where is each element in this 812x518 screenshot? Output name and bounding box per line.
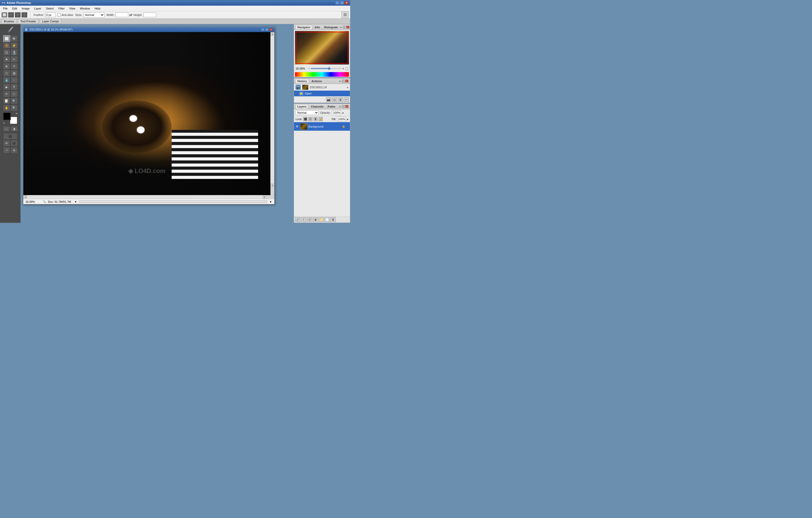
fill-input[interactable] [337,117,346,121]
extra-btn3[interactable]: ↗ [3,147,10,154]
quick-mask-btn[interactable]: ◑ [10,126,18,132]
layers-close-btn[interactable]: ✕ [345,105,348,108]
tab-histogram[interactable]: Histogram [322,25,340,29]
history-item-1[interactable]: ▶ 📂 Open [294,91,350,96]
clone-tool[interactable]: ⊕ [3,63,10,70]
layers-link-btn[interactable]: 🔗 [295,217,300,222]
eyedropper2-tool[interactable]: 🔍 [10,98,18,104]
hand-tool[interactable]: ✋ [3,105,10,111]
doc-maximize-btn[interactable]: □ [265,28,269,31]
history-close-btn[interactable]: ✕ [345,80,348,82]
menu-view[interactable]: View [67,6,78,10]
nav-close-btn[interactable]: ✕ [346,26,349,28]
layer-row-background[interactable]: 👁 Background 🔒 ▲ [294,122,350,131]
zoom-slider-thumb[interactable] [328,67,330,70]
zoom-slider[interactable] [311,68,341,69]
layers-adj-btn[interactable]: ◑ [313,217,318,222]
zoom-indicator-icon[interactable]: 🔍 [43,200,46,203]
tab-info[interactable]: Info [313,25,321,29]
scrollbar-vertical[interactable]: ▲ ▼ [270,32,274,195]
scroll-right-arrow[interactable]: ► [263,195,266,199]
doc-close-btn[interactable]: ✕ [269,28,273,31]
scrollbar-horizontal[interactable]: ◄ ► [23,195,270,199]
close-button[interactable]: ✕ [345,1,349,5]
marquee-row-btn[interactable]: ─ [15,12,21,18]
eraser-tool[interactable]: ◻ [3,70,10,77]
history-create-layer-btn[interactable]: 🗂 [332,97,337,102]
standard-mode-btn[interactable]: □ [3,126,10,132]
layers-fx-btn[interactable]: f [301,217,306,222]
scroll-track-v[interactable] [270,36,274,187]
history-undo-btn[interactable]: ↩ [344,97,349,102]
tab-navigator[interactable]: Navigator [295,25,312,29]
width-swap-icon[interactable]: ⇄ [129,13,133,17]
layers-minimize-btn[interactable]: ─ [342,105,345,108]
layers-new-btn[interactable]: 📄 [324,217,330,222]
tab-paths[interactable]: Paths [326,105,337,109]
scroll-left-arrow[interactable]: ◄ [23,195,27,199]
menu-edit[interactable]: Edit [10,6,19,10]
history-expand-item[interactable]: ▸ [347,86,348,89]
feather-input[interactable] [45,12,55,17]
menu-image[interactable]: Image [20,6,32,10]
menu-filter[interactable]: Filter [56,6,66,10]
lock-position-btn[interactable]: ✥ [314,117,318,121]
lock-all-btn[interactable]: 🔒 [319,117,323,121]
history-expand-btn[interactable]: ▸ [340,80,341,82]
tab-layers[interactable]: Layers [295,104,308,109]
menu-select[interactable]: Select [44,6,56,10]
menu-help[interactable]: Help [93,6,103,10]
marquee-ellipse-btn[interactable]: ○ [8,12,14,18]
minimize-button[interactable]: ─ [335,1,340,5]
history-minimize-btn[interactable]: ─ [342,80,345,82]
style-select[interactable]: Normal Fixed Ratio Fixed Size [83,12,105,18]
document-canvas[interactable]: ◆ LO4D.com ▲ ▼ ◄ ► [23,32,274,199]
tab-actions[interactable]: Actions [310,79,323,83]
eyedropper-tool[interactable]: 🔬 [10,49,18,56]
blend-mode-select[interactable]: Normal Multiply Screen Overlay [295,110,319,115]
swap-colors-icon[interactable]: ⇄ [16,112,18,115]
healing-tool[interactable]: ✚ [3,56,10,63]
height-input[interactable] [143,12,156,17]
navigator-expand-btn[interactable]: ▸ [341,26,342,28]
zoom-in-btn[interactable]: + [343,67,344,70]
menu-layer[interactable]: Layer [32,6,44,10]
text-tool[interactable]: T [10,84,18,90]
layers-mask-btn[interactable]: ⊙ [307,217,312,222]
layer-comps-btn[interactable]: Layer Comps [40,19,61,24]
doc-minimize-btn[interactable]: ─ [261,28,264,31]
layers-group-btn[interactable]: 📁 [319,217,324,222]
marquee-col-btn[interactable]: │ [22,12,27,18]
layers-scroll-up[interactable]: ▲ [346,125,349,128]
scroll-track-h[interactable] [27,195,263,199]
opacity-arrow-icon[interactable]: ▸ [343,111,344,114]
horizontal-scroll-mini[interactable] [79,200,267,203]
nav-minimize-btn[interactable]: ─ [343,26,346,28]
tab-history[interactable]: History [295,79,309,83]
crop-tool[interactable]: ⊡ [3,49,10,56]
zoom-tool[interactable]: 🔍 [10,105,18,111]
foreground-color-swatch[interactable] [3,112,11,120]
geometry-options-btn[interactable]: ⚙ [342,11,349,18]
opacity-input[interactable] [332,110,341,115]
lasso-tool[interactable]: 🔆▾ [3,42,10,49]
extra-btn1[interactable]: ⧉ [3,140,10,146]
history-new-snapshot-btn[interactable]: 📷 [326,97,331,102]
zoom-out-btn[interactable]: − [308,67,310,70]
blur-tool[interactable]: 💧 [3,77,10,83]
tool-presets-btn[interactable]: Tool Presets [18,19,38,24]
layers-delete-btn[interactable]: 🗑 [330,217,336,222]
history-item-0[interactable]: 📷 DSC00011.tif ▸ [294,84,350,91]
history-brush-tool[interactable]: ↺ [10,63,18,70]
path-select-tool[interactable]: ▶ [3,84,10,90]
move-tool[interactable]: ✥ [10,35,18,42]
width-input[interactable] [115,12,128,17]
dodge-tool[interactable]: ○ [10,77,18,83]
menu-window[interactable]: Window [78,6,92,10]
notes-tool[interactable]: 📝 [3,98,10,104]
marquee-rect-btn[interactable]: ⬜ [2,12,7,18]
extra-btn4[interactable]: ⊞ [10,147,18,154]
lock-pixels-btn[interactable]: ✏ [309,117,313,121]
scroll-forward-indicator[interactable]: ► [270,200,272,203]
scroll-down-arrow[interactable]: ▼ [270,184,274,187]
